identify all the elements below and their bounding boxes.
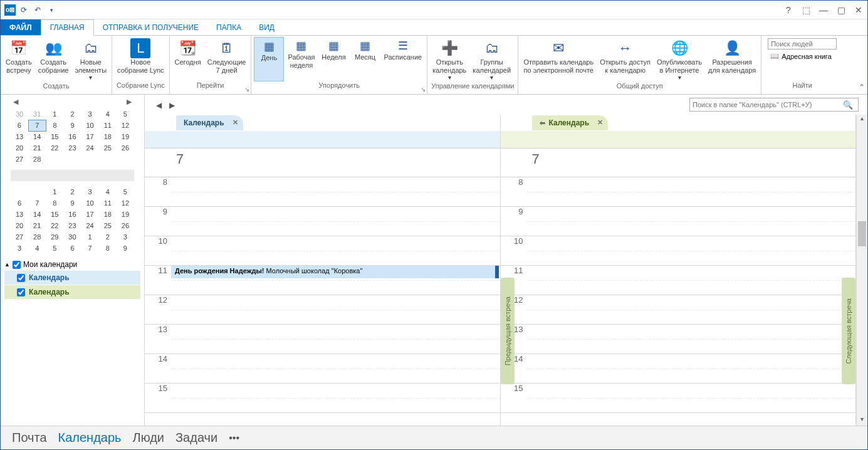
mini-calendar-day[interactable]: 4 — [99, 186, 117, 197]
help-icon[interactable]: ? — [780, 1, 797, 19]
mini-calendar-day[interactable] — [117, 154, 134, 165]
mini-calendar-day[interactable]: 26 — [117, 220, 134, 231]
hour-row[interactable]: 9 — [501, 207, 856, 236]
mini-calendar-day[interactable]: 3 — [81, 186, 99, 197]
email-calendar-button[interactable]: ✉Отправить календарь по электронной почт… — [521, 37, 596, 82]
hour-row[interactable]: 11День рождения Надежды! Молочный шокола… — [145, 266, 500, 295]
mini-calendar-day[interactable]: 20 — [11, 142, 28, 154]
share-calendar-button[interactable]: ↔Открыть доступ к календарю — [597, 37, 653, 82]
mini-calendar-day[interactable]: 17 — [81, 131, 99, 142]
hour-cell[interactable] — [527, 354, 856, 383]
mini-calendar-day[interactable]: 29 — [46, 231, 63, 243]
previous-appointment-handle[interactable]: Предыдущая встреча — [501, 278, 515, 384]
mini-calendar-day[interactable]: 15 — [46, 131, 63, 142]
prev-day-icon[interactable]: ◀ — [154, 101, 164, 110]
mini-calendar-day[interactable]: 8 — [99, 243, 117, 254]
nav-more-icon[interactable]: ••• — [229, 432, 239, 444]
tab-view[interactable]: ВИД — [250, 19, 283, 35]
group-checkbox[interactable] — [13, 261, 21, 269]
nav-tasks[interactable]: Задачи — [175, 431, 217, 445]
mini-calendar-day[interactable] — [63, 154, 81, 165]
mini-calendar-day[interactable]: 1 — [46, 186, 63, 197]
mini-calendar-day[interactable]: 22 — [46, 220, 63, 231]
next-appointment-handle[interactable]: Следующая встреча — [842, 278, 855, 384]
schedule-view-button[interactable]: ☰Расписание — [382, 37, 425, 81]
vertical-scrollbar[interactable]: ▴ ▾ — [856, 115, 867, 426]
calendar-item-2[interactable]: Календарь — [4, 285, 140, 299]
mini-calendar-day[interactable]: 27 — [11, 231, 28, 243]
today-button[interactable]: 📆Сегодня — [172, 37, 204, 81]
qat-dropdown-icon[interactable]: ▾ — [46, 4, 57, 16]
dialog-launcher-icon[interactable]: ↘ — [244, 86, 249, 93]
ribbon-options-icon[interactable]: ⬚ — [797, 1, 815, 19]
close-icon[interactable]: ✕ — [597, 118, 603, 127]
hour-row[interactable]: 12 — [501, 295, 856, 325]
tab-sendreceive[interactable]: ОТПРАВКА И ПОЛУЧЕНИЕ — [94, 19, 207, 35]
search-people-input[interactable] — [768, 38, 837, 50]
mini-calendar-day[interactable]: 7 — [81, 243, 99, 254]
hour-cell[interactable] — [527, 236, 856, 265]
mini-calendar-day[interactable]: 25 — [99, 142, 117, 154]
address-book-button[interactable]: 📖Адресная книга — [768, 51, 837, 61]
dialog-launcher-icon[interactable]: ↘ — [421, 86, 426, 93]
mini-calendar-day[interactable]: 1 — [46, 108, 63, 120]
mini-calendar-day[interactable]: 6 — [63, 243, 81, 254]
hour-cell[interactable] — [527, 384, 856, 412]
mini-calendar-day[interactable] — [46, 154, 63, 165]
mini-calendar-day[interactable]: 19 — [117, 209, 134, 220]
calendar-groups-button[interactable]: 🗂Группы календарей▾ — [470, 37, 513, 82]
mini-calendar-day[interactable]: 27 — [11, 154, 28, 165]
mini-calendar-day[interactable]: 3 — [117, 231, 134, 243]
hour-cell[interactable] — [527, 266, 856, 295]
hour-row[interactable]: 15 — [145, 384, 500, 413]
hour-row[interactable]: 13 — [145, 325, 500, 354]
mini-calendar-day[interactable]: 16 — [63, 131, 81, 142]
scroll-down-icon[interactable]: ▾ — [857, 416, 867, 426]
time-grid-1[interactable]: 891011День рождения Надежды! Молочный шо… — [145, 177, 500, 426]
search-calendar-input[interactable]: Поиск в папке "Календарь" (CTRL+У) 🔍 — [689, 98, 859, 112]
hour-cell[interactable] — [171, 384, 500, 412]
maximize-icon[interactable]: ▢ — [832, 1, 850, 19]
undo-icon[interactable]: ↶ — [32, 4, 43, 16]
calendar-item-1[interactable]: Календарь — [4, 271, 140, 285]
nav-people[interactable]: Люди — [133, 431, 165, 445]
mini-calendar-day[interactable]: 9 — [117, 243, 134, 254]
mini-calendar-day[interactable]: 3 — [11, 243, 28, 254]
mini-calendar-day[interactable]: 10 — [81, 197, 99, 209]
tab-folder[interactable]: ПАПКА — [207, 19, 250, 35]
mini-calendar-day[interactable]: 28 — [28, 231, 46, 243]
mini-calendar-day[interactable]: 19 — [117, 131, 134, 142]
hour-row[interactable]: 15 — [501, 384, 856, 413]
mini-calendar-day[interactable] — [11, 186, 28, 197]
mini-calendar-day[interactable]: 21 — [28, 142, 46, 154]
close-icon[interactable]: ✕ — [850, 1, 867, 19]
mini-calendar-day[interactable]: 12 — [117, 197, 134, 209]
hour-row[interactable]: 14 — [501, 354, 856, 384]
calendar-checkbox[interactable] — [17, 288, 25, 296]
outlook-icon[interactable]: o⊠ — [4, 4, 16, 16]
mini-calendar-day[interactable]: 8 — [46, 120, 63, 131]
mini-calendar-day[interactable]: 30 — [11, 108, 28, 120]
mini-calendar-day[interactable]: 1 — [81, 231, 99, 243]
mini-calendar-day[interactable]: 24 — [81, 220, 99, 231]
minimize-icon[interactable]: — — [815, 1, 832, 19]
hour-cell[interactable] — [527, 177, 856, 206]
calendar-tab-1[interactable]: Календарь✕ — [176, 115, 243, 130]
mini-calendar-day[interactable]: 2 — [63, 186, 81, 197]
mini-calendar-day[interactable]: 9 — [63, 120, 81, 131]
new-appointment-button[interactable]: 📅Создать встречу — [3, 37, 34, 82]
new-meeting-button[interactable]: 👥Создать собрание — [36, 37, 71, 82]
mini-calendar-day[interactable]: 5 — [117, 186, 134, 197]
time-grid-2[interactable]: 89101112131415Предыдущая встреча Следующ… — [501, 177, 856, 426]
hour-cell[interactable] — [171, 236, 500, 265]
mini-calendar-day[interactable] — [81, 154, 99, 165]
merge-back-icon[interactable]: ⬅ — [540, 119, 545, 127]
calendar-event[interactable]: День рождения Надежды! Молочный шоколад … — [171, 266, 499, 278]
tab-file[interactable]: ФАЙЛ — [1, 19, 41, 35]
calendar-checkbox[interactable] — [17, 274, 25, 282]
mini-calendar-day[interactable]: 25 — [99, 220, 117, 231]
mini-calendar-day[interactable]: 13 — [11, 131, 28, 142]
mini-calendar-day[interactable]: 28 — [28, 154, 46, 165]
mini-calendar-day[interactable]: 4 — [99, 108, 117, 120]
sendreceive-icon[interactable]: ⟳ — [18, 4, 29, 16]
